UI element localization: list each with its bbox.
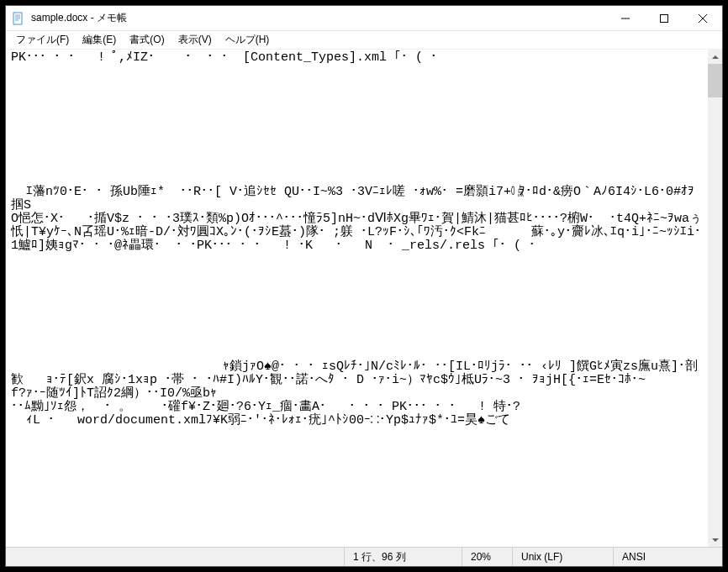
menubar: ファイル(F) 編集(E) 書式(O) 表示(V) ヘルプ(H) — [6, 31, 722, 50]
menu-format[interactable]: 書式(O) — [123, 31, 171, 49]
svg-marker-10 — [712, 538, 719, 542]
minimize-button[interactable] — [606, 6, 645, 30]
text-content[interactable]: PK･･･ ･ ･ ! ﾟ,ﾒIZ･ ･ ･ ･ [Content_Types]… — [6, 50, 708, 547]
status-lineending: Unix (LF) — [512, 548, 613, 566]
status-spacer — [6, 548, 344, 566]
status-zoom: 20% — [462, 548, 512, 566]
notepad-icon — [11, 12, 24, 25]
window-controls — [606, 6, 722, 30]
close-button[interactable] — [683, 6, 722, 30]
content-area: PK･･･ ･ ･ ! ﾟ,ﾒIZ･ ･ ･ ･ [Content_Types]… — [6, 50, 722, 547]
titlebar: sample.docx - メモ帳 — [6, 6, 722, 31]
scroll-track[interactable] — [708, 64, 722, 533]
scroll-down-button[interactable] — [708, 533, 722, 547]
scroll-thumb[interactable] — [708, 64, 722, 97]
scroll-up-button[interactable] — [708, 50, 722, 64]
menu-file[interactable]: ファイル(F) — [9, 31, 76, 49]
status-position: 1 行、96 列 — [344, 548, 462, 566]
status-encoding: ANSI — [613, 548, 722, 566]
svg-rect-6 — [661, 14, 668, 22]
notepad-window: sample.docx - メモ帳 ファイル(F) 編集(E) 書式(O) 表示… — [5, 5, 723, 567]
window-title: sample.docx - メモ帳 — [29, 11, 606, 25]
svg-marker-9 — [712, 55, 719, 59]
statusbar: 1 行、96 列 20% Unix (LF) ANSI — [6, 547, 722, 566]
menu-help[interactable]: ヘルプ(H) — [219, 31, 277, 49]
menu-edit[interactable]: 編集(E) — [76, 31, 123, 49]
vertical-scrollbar[interactable] — [708, 50, 722, 547]
menu-view[interactable]: 表示(V) — [171, 31, 219, 49]
maximize-button[interactable] — [645, 6, 683, 30]
